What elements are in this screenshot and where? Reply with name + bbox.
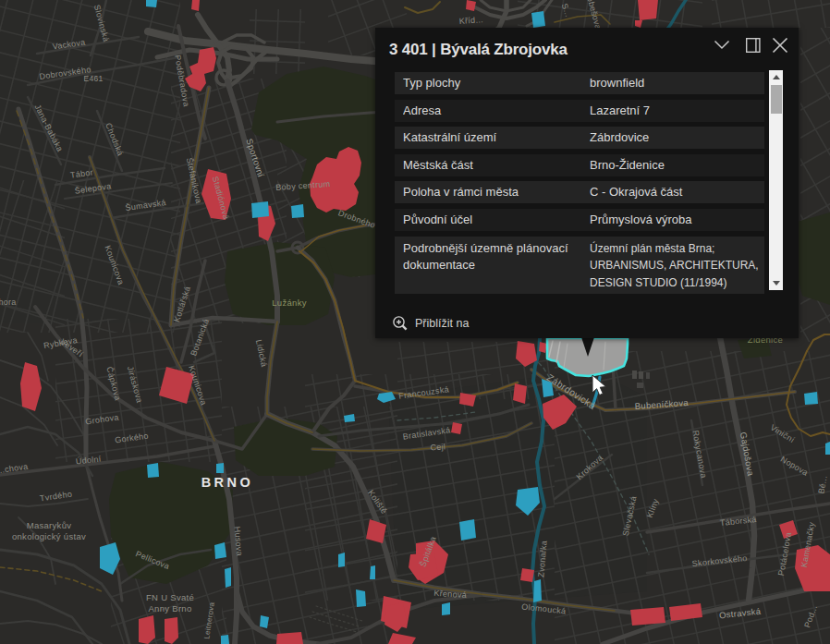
svg-text:E461: E461 bbox=[83, 74, 103, 83]
svg-text:Cejl: Cejl bbox=[430, 442, 446, 452]
svg-text:Masarykův: Masarykův bbox=[27, 520, 72, 530]
svg-text:BRNO: BRNO bbox=[201, 475, 254, 490]
svg-text:Kříd...: Kříd... bbox=[458, 15, 483, 26]
svg-text:hora: hora bbox=[0, 298, 17, 307]
svg-text:FN U Svaté: FN U Svaté bbox=[146, 592, 194, 602]
svg-text:Anny Brno: Anny Brno bbox=[148, 603, 191, 614]
svg-text:Lužánky: Lužánky bbox=[272, 298, 306, 308]
svg-text:onkologický ústav: onkologický ústav bbox=[12, 531, 86, 541]
